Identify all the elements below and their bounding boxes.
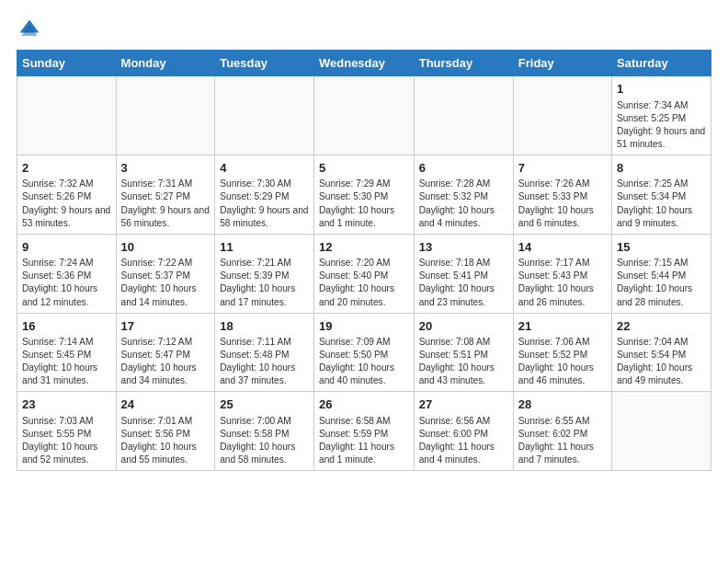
day-info: Sunrise: 7:25 AM Sunset: 5:34 PM Dayligh… — [617, 178, 706, 229]
day-number: 3 — [121, 160, 210, 177]
day-number: 23 — [22, 396, 111, 413]
day-info: Sunrise: 7:18 AM Sunset: 5:41 PM Dayligh… — [419, 257, 508, 308]
calendar-cell: 15Sunrise: 7:15 AM Sunset: 5:44 PM Dayli… — [612, 234, 711, 313]
day-info: Sunrise: 7:29 AM Sunset: 5:30 PM Dayligh… — [319, 178, 409, 229]
calendar-cell — [313, 76, 414, 155]
weekday-header-row: SundayMondayTuesdayWednesdayThursdayFrid… — [17, 51, 711, 76]
weekday-header-sunday: Sunday — [17, 51, 117, 76]
day-info: Sunrise: 7:11 AM Sunset: 5:48 PM Dayligh… — [220, 336, 309, 387]
day-info: Sunrise: 7:20 AM Sunset: 5:40 PM Dayligh… — [319, 257, 409, 308]
calendar-cell — [116, 76, 215, 155]
day-info: Sunrise: 7:17 AM Sunset: 5:43 PM Dayligh… — [518, 257, 607, 308]
week-row-5: 23Sunrise: 7:03 AM Sunset: 5:55 PM Dayli… — [17, 392, 711, 471]
day-info: Sunrise: 7:14 AM Sunset: 5:45 PM Dayligh… — [22, 336, 111, 387]
week-row-4: 16Sunrise: 7:14 AM Sunset: 5:45 PM Dayli… — [17, 313, 711, 392]
day-number: 4 — [220, 160, 309, 177]
calendar-cell — [215, 76, 314, 155]
calendar-cell: 17Sunrise: 7:12 AM Sunset: 5:47 PM Dayli… — [116, 313, 215, 392]
logo-icon — [17, 17, 42, 42]
day-number: 6 — [419, 160, 508, 177]
week-row-1: 1Sunrise: 7:34 AM Sunset: 5:25 PM Daylig… — [17, 76, 711, 155]
day-info: Sunrise: 7:32 AM Sunset: 5:26 PM Dayligh… — [22, 178, 111, 229]
day-number: 18 — [220, 318, 309, 335]
day-number: 28 — [518, 396, 607, 413]
week-row-3: 9Sunrise: 7:24 AM Sunset: 5:36 PM Daylig… — [17, 234, 711, 313]
calendar-cell: 6Sunrise: 7:28 AM Sunset: 5:32 PM Daylig… — [414, 155, 513, 234]
day-number: 11 — [220, 239, 309, 256]
day-info: Sunrise: 7:00 AM Sunset: 5:58 PM Dayligh… — [220, 415, 309, 466]
day-number: 25 — [220, 396, 309, 413]
calendar-cell: 27Sunrise: 6:56 AM Sunset: 6:00 PM Dayli… — [414, 392, 513, 471]
week-row-2: 2Sunrise: 7:32 AM Sunset: 5:26 PM Daylig… — [17, 155, 711, 234]
day-info: Sunrise: 7:26 AM Sunset: 5:33 PM Dayligh… — [518, 178, 607, 229]
calendar-cell: 7Sunrise: 7:26 AM Sunset: 5:33 PM Daylig… — [513, 155, 611, 234]
calendar-cell: 18Sunrise: 7:11 AM Sunset: 5:48 PM Dayli… — [215, 313, 314, 392]
calendar-cell: 11Sunrise: 7:21 AM Sunset: 5:39 PM Dayli… — [215, 234, 314, 313]
day-number: 19 — [319, 318, 409, 335]
calendar-cell: 28Sunrise: 6:55 AM Sunset: 6:02 PM Dayli… — [513, 392, 611, 471]
day-number: 7 — [518, 160, 607, 177]
day-info: Sunrise: 7:34 AM Sunset: 5:25 PM Dayligh… — [617, 99, 706, 151]
weekday-header-thursday: Thursday — [414, 51, 513, 76]
day-number: 21 — [518, 318, 607, 335]
weekday-header-wednesday: Wednesday — [313, 51, 414, 76]
calendar-cell: 10Sunrise: 7:22 AM Sunset: 5:37 PM Dayli… — [116, 234, 215, 313]
calendar-page: SundayMondayTuesdayWednesdayThursdayFrid… — [0, 0, 728, 480]
weekday-header-saturday: Saturday — [612, 51, 711, 76]
day-info: Sunrise: 7:01 AM Sunset: 5:56 PM Dayligh… — [121, 415, 210, 466]
calendar-cell: 3Sunrise: 7:31 AM Sunset: 5:27 PM Daylig… — [116, 155, 215, 234]
calendar-cell — [513, 76, 611, 155]
day-number: 9 — [22, 239, 111, 256]
day-number: 13 — [419, 239, 508, 256]
day-info: Sunrise: 7:22 AM Sunset: 5:37 PM Dayligh… — [121, 257, 210, 308]
day-info: Sunrise: 7:06 AM Sunset: 5:52 PM Dayligh… — [518, 336, 607, 387]
calendar-cell: 20Sunrise: 7:08 AM Sunset: 5:51 PM Dayli… — [414, 313, 513, 392]
calendar-cell: 9Sunrise: 7:24 AM Sunset: 5:36 PM Daylig… — [17, 234, 117, 313]
calendar-cell: 19Sunrise: 7:09 AM Sunset: 5:50 PM Dayli… — [313, 313, 414, 392]
calendar-cell: 16Sunrise: 7:14 AM Sunset: 5:45 PM Dayli… — [17, 313, 117, 392]
weekday-header-monday: Monday — [116, 51, 215, 76]
day-number: 27 — [419, 396, 508, 413]
day-info: Sunrise: 6:56 AM Sunset: 6:00 PM Dayligh… — [419, 415, 508, 466]
calendar-cell: 25Sunrise: 7:00 AM Sunset: 5:58 PM Dayli… — [215, 392, 314, 471]
day-number: 5 — [319, 160, 409, 177]
day-number: 1 — [617, 81, 706, 98]
calendar-cell: 1Sunrise: 7:34 AM Sunset: 5:25 PM Daylig… — [612, 76, 711, 155]
header — [17, 17, 711, 42]
calendar-cell: 26Sunrise: 6:58 AM Sunset: 5:59 PM Dayli… — [313, 392, 414, 471]
weekday-header-tuesday: Tuesday — [215, 51, 314, 76]
calendar-cell: 13Sunrise: 7:18 AM Sunset: 5:41 PM Dayli… — [414, 234, 513, 313]
day-info: Sunrise: 7:31 AM Sunset: 5:27 PM Dayligh… — [121, 178, 210, 229]
calendar-cell — [17, 76, 117, 155]
day-info: Sunrise: 6:58 AM Sunset: 5:59 PM Dayligh… — [319, 415, 409, 466]
calendar-cell — [612, 392, 711, 471]
calendar-cell: 8Sunrise: 7:25 AM Sunset: 5:34 PM Daylig… — [612, 155, 711, 234]
day-info: Sunrise: 7:24 AM Sunset: 5:36 PM Dayligh… — [22, 257, 111, 308]
day-number: 15 — [617, 239, 706, 256]
calendar-cell: 24Sunrise: 7:01 AM Sunset: 5:56 PM Dayli… — [116, 392, 215, 471]
day-number: 8 — [617, 160, 706, 177]
calendar-cell: 5Sunrise: 7:29 AM Sunset: 5:30 PM Daylig… — [313, 155, 414, 234]
day-info: Sunrise: 7:30 AM Sunset: 5:29 PM Dayligh… — [220, 178, 309, 229]
day-number: 2 — [22, 160, 111, 177]
calendar-cell: 23Sunrise: 7:03 AM Sunset: 5:55 PM Dayli… — [17, 392, 117, 471]
day-info: Sunrise: 6:55 AM Sunset: 6:02 PM Dayligh… — [518, 415, 607, 466]
calendar-cell: 12Sunrise: 7:20 AM Sunset: 5:40 PM Dayli… — [313, 234, 414, 313]
day-number: 20 — [419, 318, 508, 335]
day-info: Sunrise: 7:08 AM Sunset: 5:51 PM Dayligh… — [419, 336, 508, 387]
day-info: Sunrise: 7:21 AM Sunset: 5:39 PM Dayligh… — [220, 257, 309, 308]
calendar-cell — [414, 76, 513, 155]
day-number: 17 — [121, 318, 210, 335]
calendar-cell: 14Sunrise: 7:17 AM Sunset: 5:43 PM Dayli… — [513, 234, 611, 313]
weekday-header-friday: Friday — [513, 51, 611, 76]
day-number: 24 — [121, 396, 210, 413]
day-number: 26 — [319, 396, 409, 413]
calendar-cell: 22Sunrise: 7:04 AM Sunset: 5:54 PM Dayli… — [612, 313, 711, 392]
day-number: 14 — [518, 239, 607, 256]
day-info: Sunrise: 7:04 AM Sunset: 5:54 PM Dayligh… — [617, 336, 706, 387]
calendar-cell: 21Sunrise: 7:06 AM Sunset: 5:52 PM Dayli… — [513, 313, 611, 392]
calendar-cell: 4Sunrise: 7:30 AM Sunset: 5:29 PM Daylig… — [215, 155, 314, 234]
day-info: Sunrise: 7:15 AM Sunset: 5:44 PM Dayligh… — [617, 257, 706, 308]
logo-area — [17, 17, 45, 42]
calendar-cell: 2Sunrise: 7:32 AM Sunset: 5:26 PM Daylig… — [17, 155, 117, 234]
